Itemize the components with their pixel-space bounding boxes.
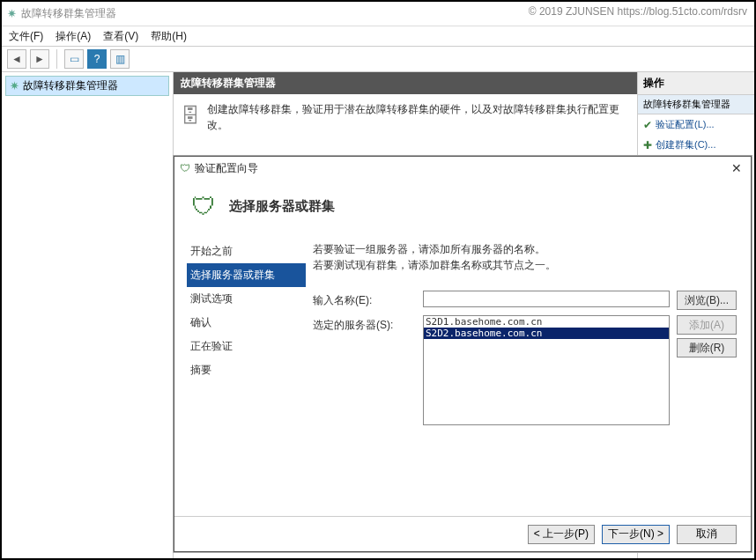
action-create-label: 创建群集(C)... <box>656 138 715 151</box>
wizard-content: 若要验证一组服务器，请添加所有服务器的名称。 若要测试现有群集，请添加群集名称或… <box>306 232 751 516</box>
next-button[interactable]: 下一步(N) > <box>602 525 670 544</box>
selected-servers-label: 选定的服务器(S): <box>313 315 423 333</box>
close-button[interactable]: ✕ <box>728 161 745 175</box>
menu-help[interactable]: 帮助(H) <box>151 29 187 44</box>
properties-button[interactable]: ▭ <box>64 49 84 69</box>
previous-button[interactable]: < 上一步(P) <box>528 525 595 544</box>
remove-button[interactable]: 删除(R) <box>677 338 737 357</box>
instruction-line-2: 若要测试现有群集，请添加群集名称或其节点之一。 <box>313 257 737 273</box>
tree-root-item[interactable]: ✷ 故障转移群集管理器 <box>5 76 169 96</box>
menu-view[interactable]: 查看(V) <box>103 29 138 44</box>
menu-action[interactable]: 操作(A) <box>56 29 91 44</box>
app-icon: ✷ <box>7 7 17 20</box>
create-icon: ✚ <box>643 139 652 151</box>
watermark: © 2019 ZJUNSEN https://blog.51cto.com/rd… <box>529 5 747 18</box>
nav-back-button[interactable]: ◄ <box>7 49 26 69</box>
wizard-footer: < 上一步(P) 下一步(N) > 取消 <box>174 516 751 551</box>
actions-subheader: 故障转移群集管理器 <box>638 95 754 114</box>
wizard-nav: 开始之前 选择服务器或群集 测试选项 确认 正在验证 摘要 <box>174 232 306 516</box>
cluster-icon: ✷ <box>10 79 19 92</box>
cancel-button[interactable]: 取消 <box>677 525 737 544</box>
tree-pane: ✷ 故障转移群集管理器 <box>2 72 174 558</box>
wizard-titlebar: 🛡 验证配置向导 ✕ <box>174 157 751 180</box>
window-title: 故障转移群集管理器 <box>21 6 116 21</box>
nav-step-before[interactable]: 开始之前 <box>187 239 306 263</box>
action-validate[interactable]: ✔ 验证配置(L)... <box>638 114 754 135</box>
validate-icon: ✔ <box>643 119 652 131</box>
toolbar-separator <box>56 49 57 69</box>
wizard-icon: 🛡 <box>180 162 190 174</box>
action-validate-label: 验证配置(L)... <box>656 118 715 131</box>
wizard-dialog: 🛡 验证配置向导 ✕ 🛡 选择服务器或群集 开始之前 选择服务器或群集 测试选项… <box>174 156 752 552</box>
browse-button[interactable]: 浏览(B)... <box>677 291 737 310</box>
wizard-title: 验证配置向导 <box>195 161 258 176</box>
wizard-header: 🛡 选择服务器或群集 <box>174 180 751 232</box>
name-label: 输入名称(E): <box>313 291 423 308</box>
center-description: 创建故障转移群集，验证用于潜在故障转移群集的硬件，以及对故障转移群集执行配置更改… <box>207 101 630 133</box>
wizard-step-title: 选择服务器或群集 <box>229 198 335 215</box>
actions-header: 操作 <box>638 72 754 95</box>
instruction-line-1: 若要验证一组服务器，请添加所有服务器的名称。 <box>313 241 737 257</box>
nav-step-confirm[interactable]: 确认 <box>187 311 306 335</box>
action-create-cluster[interactable]: ✚ 创建群集(C)... <box>638 135 754 155</box>
name-input[interactable] <box>423 291 670 307</box>
selected-servers-list[interactable]: S2D1.basehome.com.cn S2D2.basehome.com.c… <box>423 315 670 425</box>
server-item-2[interactable]: S2D2.basehome.com.cn <box>424 328 669 339</box>
tree-root-label: 故障转移群集管理器 <box>23 78 118 93</box>
menu-file[interactable]: 文件(F) <box>9 29 43 44</box>
nav-step-summary[interactable]: 摘要 <box>187 358 306 382</box>
help-button[interactable]: ? <box>87 49 107 69</box>
center-title: 故障转移群集管理器 <box>174 72 637 94</box>
server-item-1[interactable]: S2D1.basehome.com.cn <box>424 316 669 328</box>
refresh-button[interactable]: ▥ <box>110 49 130 69</box>
wizard-instructions: 若要验证一组服务器，请添加所有服务器的名称。 若要测试现有群集，请添加群集名称或… <box>313 241 737 273</box>
nav-step-select-servers[interactable]: 选择服务器或群集 <box>187 263 306 287</box>
nav-forward-button[interactable]: ► <box>30 49 49 69</box>
cluster-large-icon: 🗄 <box>181 101 200 133</box>
nav-step-validating[interactable]: 正在验证 <box>187 335 306 358</box>
nav-step-test-options[interactable]: 测试选项 <box>187 287 306 311</box>
add-button: 添加(A) <box>677 315 737 335</box>
shield-icon: 🛡 <box>187 189 220 223</box>
menu-bar: 文件(F) 操作(A) 查看(V) 帮助(H) <box>2 26 754 46</box>
toolbar: ◄ ► ▭ ? ▥ <box>2 46 754 72</box>
